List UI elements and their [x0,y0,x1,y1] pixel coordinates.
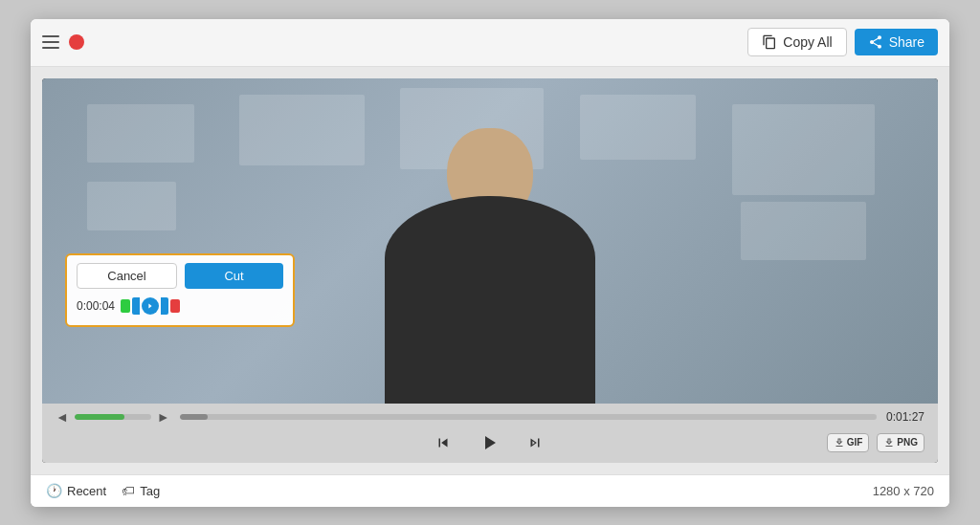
person-body [385,196,595,404]
step-forward-button[interactable] [521,428,549,457]
tag-label: Tag [140,484,160,498]
share-label: Share [889,34,924,50]
menu-icon[interactable] [42,35,59,49]
playback-controls [429,428,549,457]
toolbar-right: Copy All Share [747,28,938,56]
play-button[interactable] [475,428,503,457]
marker-blue-left[interactable] [132,297,140,315]
cut-markers [121,296,283,316]
app-window: Copy All Share [31,19,949,507]
marker-green[interactable] [121,299,130,313]
cut-timeline: 0:00:04 [77,296,283,316]
copy-all-button[interactable]: Copy All [747,28,846,56]
cancel-button[interactable]: Cancel [77,263,177,289]
share-icon [868,34,883,50]
main-content: Cancel Cut 0:00:04 [31,67,949,474]
gif-export-button[interactable]: GIF [827,433,870,452]
export-group: GIF PNG [827,433,924,452]
cut-time-label: 0:00:04 [77,299,115,313]
volume-fill [75,414,124,420]
controls-bar: ◄ ► 0:01:27 [42,404,938,463]
svg-marker-0 [148,303,151,308]
video-container: Cancel Cut 0:00:04 [42,78,938,463]
cut-dialog: Cancel Cut 0:00:04 [65,253,295,327]
copy-icon [762,34,777,50]
marker-blue-right[interactable] [161,297,168,315]
volume-group: ◄ ► [56,409,170,425]
record-indicator [69,34,84,50]
volume-bar[interactable] [75,414,151,420]
copy-all-label: Copy All [783,34,832,50]
status-bar: 🕐 Recent 🏷 Tag 1280 x 720 [31,474,949,507]
step-back-button[interactable] [429,428,457,457]
video-dimensions: 1280 x 720 [873,484,934,498]
buttons-row: GIF PNG [56,428,924,457]
recent-icon: 🕐 [46,483,62,498]
toolbar-left [42,34,747,50]
recent-item[interactable]: 🕐 Recent [46,483,106,498]
marker-red[interactable] [170,299,180,313]
toolbar: Copy All Share [31,19,949,67]
tag-icon: 🏷 [122,483,135,498]
cut-button[interactable]: Cut [185,263,283,289]
volume-left-icon[interactable]: ◄ [56,409,69,425]
end-time-label: 0:01:27 [886,410,924,424]
share-button[interactable]: Share [855,29,938,55]
video-scene[interactable]: Cancel Cut 0:00:04 [42,78,938,404]
png-export-button[interactable]: PNG [877,433,924,452]
person-figure [356,127,624,404]
recent-label: Recent [67,484,106,498]
cut-dialog-buttons: Cancel Cut [77,263,283,289]
progress-row: ◄ ► 0:01:27 [56,409,924,425]
progress-fill [180,414,208,420]
progress-track[interactable] [180,414,877,420]
tag-item[interactable]: 🏷 Tag [122,483,160,498]
volume-right-icon[interactable]: ► [157,409,170,425]
marker-blue-mid[interactable] [142,297,159,315]
